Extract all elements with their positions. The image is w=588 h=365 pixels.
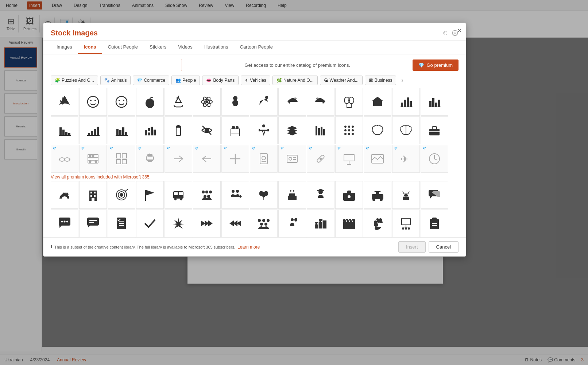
icon-group-5[interactable] <box>193 181 221 209</box>
icon-premium-arrow-left[interactable]: 💎 <box>193 145 221 173</box>
icon-premium-plus[interactable]: 💎 <box>221 145 249 173</box>
search-input[interactable] <box>51 59 182 71</box>
icon-premium-bandage[interactable]: 💎 <box>307 145 334 173</box>
icon-stack[interactable] <box>278 116 306 144</box>
icon-bar-chart-2[interactable] <box>421 88 448 116</box>
svg-rect-138 <box>179 192 183 195</box>
icon-baby[interactable] <box>221 88 249 116</box>
go-premium-button[interactable]: 💎 Go premium <box>413 59 459 71</box>
icon-clapboard[interactable] <box>335 210 363 237</box>
icon-apple[interactable] <box>136 88 164 116</box>
icon-butterfly[interactable] <box>250 181 278 209</box>
svg-point-93 <box>92 155 94 157</box>
icon-arrow-back[interactable] <box>278 88 306 116</box>
icon-bar-down[interactable] <box>51 116 78 144</box>
icon-person-hat[interactable] <box>307 181 334 209</box>
icon-bank[interactable] <box>364 88 391 116</box>
icon-city[interactable] <box>307 210 334 237</box>
icon-group-move[interactable] <box>221 181 249 209</box>
icon-building[interactable] <box>79 181 107 209</box>
icon-bar-chart-1[interactable] <box>392 88 420 116</box>
icon-premium-contact[interactable]: 💎 <box>250 145 278 173</box>
insert-button[interactable]: Insert <box>398 241 426 253</box>
cat-body-parts[interactable]: 👄 Body Parts <box>202 76 239 85</box>
icon-bar-library[interactable] <box>307 116 334 144</box>
icon-smiley[interactable] <box>79 88 107 116</box>
icon-clapping[interactable] <box>364 210 391 237</box>
icon-brain-1[interactable] <box>364 116 391 144</box>
icon-bar-broken[interactable] <box>136 116 164 144</box>
icon-weightlifter[interactable] <box>250 116 278 144</box>
icon-car[interactable] <box>364 181 391 209</box>
icon-premium-airplane[interactable]: 💎 ✈ <box>392 145 420 173</box>
icon-cake[interactable] <box>278 181 306 209</box>
icon-arrow-forward[interactable] <box>307 88 334 116</box>
view-premium-link[interactable]: View all premium icons included with Mic… <box>51 174 151 180</box>
icon-dinosaur[interactable] <box>51 181 78 209</box>
icon-cylinder[interactable] <box>165 116 192 144</box>
icon-speech-dots[interactable] <box>51 210 78 237</box>
cat-weather[interactable]: 🌤 Weather And... <box>320 76 363 85</box>
icon-recycle[interactable] <box>165 88 192 116</box>
icon-flag-arrow[interactable] <box>136 181 164 209</box>
icon-checkmark[interactable] <box>136 210 164 237</box>
icon-premium-glasses[interactable]: 💎 <box>51 145 78 173</box>
icon-office-meeting[interactable] <box>221 116 249 144</box>
cat-vehicles[interactable]: ✈ Vehicles <box>241 76 270 85</box>
tab-images[interactable]: Images <box>51 41 78 54</box>
icon-presentation-people[interactable] <box>392 210 420 237</box>
tab-illustrations[interactable]: Illustrations <box>198 41 234 54</box>
svg-rect-193 <box>316 223 316 224</box>
cancel-button[interactable]: Cancel <box>429 241 459 253</box>
cat-commerce[interactable]: 💎 Commerce <box>133 76 169 85</box>
icon-bar-up[interactable] <box>79 116 107 144</box>
icon-bus[interactable] <box>165 181 192 209</box>
icon-premium-id-card[interactable]: 💎 <box>278 145 306 173</box>
learn-more-link[interactable]: Learn more <box>237 245 260 250</box>
icon-target[interactable] <box>108 181 135 209</box>
icon-chat-bubbles[interactable] <box>421 181 448 209</box>
svg-point-146 <box>232 190 235 193</box>
icon-eye-crossed[interactable] <box>193 116 221 144</box>
icon-premium-billboard[interactable]: 💎 <box>335 145 363 173</box>
icon-premium-acorn[interactable]: 💎 <box>136 145 164 173</box>
icon-premium-arrow-right[interactable]: 💎 <box>165 145 192 173</box>
cat-business[interactable]: 🏛 Business <box>365 76 396 85</box>
close-button[interactable]: ✕ <box>457 27 462 35</box>
icon-camera[interactable] <box>335 181 363 209</box>
icon-person-balloon[interactable] <box>278 210 306 237</box>
icon-premium-grid[interactable]: 💎 <box>108 145 135 173</box>
icon-arrows-right[interactable] <box>193 210 221 237</box>
tab-stickers[interactable]: Stickers <box>144 41 172 54</box>
tab-cutout-people[interactable]: Cutout People <box>102 41 144 54</box>
icon-group-large[interactable] <box>250 210 278 237</box>
tab-videos[interactable]: Videos <box>172 41 198 54</box>
svg-marker-181 <box>229 220 234 226</box>
cat-nature[interactable]: 🌿 Nature And O... <box>272 76 318 85</box>
cat-puzzles[interactable]: 🧩 Puzzles And G... <box>51 76 98 85</box>
icon-dots-grid[interactable] <box>335 116 363 144</box>
cat-animals[interactable]: 🐾 Animals <box>100 76 131 85</box>
icon-premium-clock[interactable]: 💎 <box>421 145 448 173</box>
tab-icons[interactable]: Icons <box>78 41 102 54</box>
icon-cat[interactable] <box>392 181 420 209</box>
icon-premium-abacus[interactable]: 💎 <box>79 145 107 173</box>
icon-arrows-left[interactable] <box>221 210 249 237</box>
icon-airplane[interactable]: ✈ <box>51 88 78 116</box>
icon-brain-2[interactable] <box>392 116 420 144</box>
icon-person-running[interactable] <box>250 88 278 116</box>
icon-speech-lines[interactable] <box>79 210 107 237</box>
tab-cartoon-people[interactable]: Cartoon People <box>234 41 279 54</box>
icon-briefcase[interactable] <box>421 116 448 144</box>
icon-atom[interactable] <box>193 88 221 116</box>
categories-next-arrow[interactable]: › <box>400 76 405 85</box>
icon-wink[interactable] <box>108 88 135 116</box>
icon-bar-mixed[interactable] <box>108 116 135 144</box>
icon-balloons[interactable] <box>335 88 363 116</box>
people-label: People <box>182 78 196 83</box>
cat-people[interactable]: 👥 People <box>171 76 200 85</box>
icon-premium-landscape[interactable]: 💎 <box>364 145 391 173</box>
icon-starburst[interactable] <box>165 210 192 237</box>
icon-clipboard[interactable] <box>421 210 448 237</box>
icon-checklist[interactable] <box>108 210 135 237</box>
